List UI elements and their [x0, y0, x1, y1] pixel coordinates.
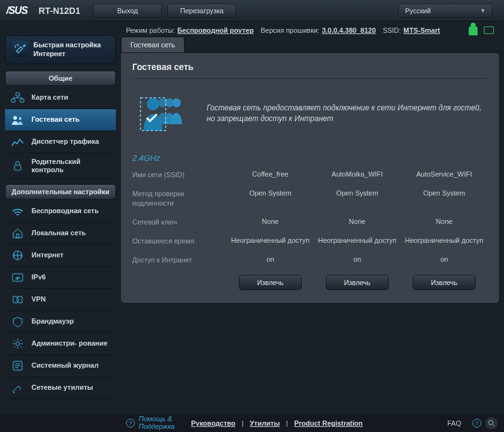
guest3-intranet: on [401, 255, 488, 264]
firmware-label: Версия прошивки: [261, 26, 319, 34]
tab-guest-network[interactable]: Гостевая сеть [121, 37, 185, 52]
faq-help-icon[interactable]: ? [472, 419, 481, 428]
sidebar-item-admin[interactable]: Администри- рование [5, 333, 116, 355]
traffic-manager-icon [10, 136, 25, 148]
help-support-label: Помощь &Поддержка [139, 416, 175, 430]
guest3-ssid: AutoService_WIFI [401, 170, 488, 179]
sidebar-item-label: Карта сети [32, 93, 68, 102]
sidebar-item-firewall[interactable]: Брандмауэр [5, 311, 116, 333]
firewall-icon [10, 315, 25, 328]
sidebar-item-lan[interactable]: Локальная сеть [5, 223, 116, 245]
language-label: Русский [405, 7, 431, 15]
sidebar-item-label: Администри- рование [32, 339, 108, 347]
sidebar-item-label: Интернет [32, 251, 64, 259]
guest3-evict-button[interactable]: Извлечь [413, 275, 476, 290]
guest3-auth: Open System [401, 189, 488, 207]
guest-network-icon [10, 114, 25, 126]
reboot-button[interactable]: Перезагрузка [167, 4, 236, 18]
sidebar-item-traffic[interactable]: Диспетчер трафика [5, 131, 116, 153]
language-select[interactable]: Русский ▼ [398, 4, 493, 18]
device-status-icon[interactable] [484, 26, 494, 34]
guest2-auth: Open System [314, 189, 401, 207]
guest1-key: None [227, 218, 314, 226]
section-advanced-header: Дополнительные настройки [5, 184, 116, 199]
sidebar-item-vpn[interactable]: VPN [5, 289, 116, 311]
sidebar-item-wan[interactable]: Интернет [5, 245, 116, 267]
user-status-icon[interactable] [469, 26, 478, 35]
faq-label: FAQ [447, 419, 461, 427]
svg-point-4 [19, 117, 21, 119]
guest-illustration-icon [137, 91, 194, 136]
mode-value-link[interactable]: Беспроводной роутер [177, 26, 253, 34]
sidebar-item-wireless[interactable]: Беспроводная сеть [5, 201, 116, 223]
sidebar-item-label: Гостевая сеть [32, 115, 79, 124]
sidebar: Быстрая настройка Интернет Общие Карта с… [5, 37, 116, 416]
sidebar-item-nettools[interactable]: Сетевые утилиты [5, 377, 116, 399]
main-content: Гостевая сеть Гостевая сеть Гостевая сет… [121, 37, 499, 416]
svg-point-17 [489, 421, 493, 425]
svg-point-3 [13, 116, 17, 120]
intro-text: Гостевая сеть предоставляет подключение … [207, 103, 483, 124]
tab-row: Гостевая сеть [121, 37, 499, 53]
svg-point-15 [147, 98, 159, 110]
sidebar-item-guest[interactable]: Гостевая сеть [5, 109, 116, 131]
sidebar-item-label: Беспроводная сеть [32, 207, 99, 215]
sidebar-item-ipv6[interactable]: IP IPv6 [5, 267, 116, 289]
brand-logo: /SUS [6, 5, 27, 16]
svg-rect-0 [16, 93, 20, 96]
manual-link[interactable]: Руководство [191, 419, 235, 427]
chevron-down-icon: ▼ [480, 8, 486, 14]
guest2-ssid: AutoMoika_WIFI [314, 170, 401, 179]
ssid-value-link[interactable]: MTS-Smart [403, 26, 440, 34]
row-auth-label: Метод проверки подлинности [132, 189, 227, 207]
quick-setup-button[interactable]: Быстрая настройка Интернет [5, 35, 116, 64]
guest2-intranet: on [314, 255, 401, 264]
svg-point-10 [16, 342, 20, 346]
firmware-value-link[interactable]: 3.0.0.4.380_8120 [322, 26, 376, 34]
help-icon[interactable]: ? [126, 419, 135, 428]
guest2-evict-button[interactable]: Извлечь [326, 275, 389, 290]
guest1-evict-button[interactable]: Извлечь [239, 275, 302, 290]
svg-rect-6 [16, 234, 19, 238]
sidebar-item-label: Локальная сеть [32, 229, 86, 237]
row-time-label: Оставшееся время [132, 236, 227, 245]
model-name: RT-N12D1 [38, 6, 80, 16]
guest2-time: Неограниченный доступ [314, 236, 401, 245]
row-key-label: Сетевой ключ [132, 218, 227, 226]
sidebar-item-label: Системный журнал [32, 361, 98, 370]
sidebar-item-syslog[interactable]: Системный журнал [5, 355, 116, 377]
admin-icon [10, 337, 25, 350]
ssid-label: SSID: [383, 26, 401, 34]
sidebar-item-label: Сетевые утилиты [32, 383, 93, 392]
sidebar-item-label: Диспетчер трафика [32, 137, 99, 146]
sidebar-item-netmap[interactable]: Карта сети [5, 87, 116, 109]
wireless-icon [10, 205, 25, 218]
search-button[interactable] [485, 417, 498, 429]
sidebar-item-label: Брандмауэр [32, 317, 74, 325]
row-ssid-label: Имя сети (SSID) [132, 170, 227, 179]
svg-rect-1 [11, 99, 15, 102]
guest3-key: None [401, 218, 488, 226]
search-icon [488, 419, 495, 427]
status-line: Режим работы: Беспроводной роутер Версия… [0, 21, 504, 37]
sidebar-item-label: Родительский контроль [32, 158, 111, 174]
sidebar-item-label: IPv6 [32, 273, 46, 281]
guest1-time: Неограниченный доступ [227, 236, 314, 245]
footer: ? Помощь &Поддержка Руководство | Утилит… [0, 414, 504, 432]
vpn-icon [10, 293, 25, 306]
guest-table: Имя сети (SSID) Coffee_free AutoMoika_WI… [132, 170, 488, 290]
parental-control-icon [10, 160, 25, 172]
utility-link[interactable]: Утилиты [250, 419, 280, 427]
intro-box: Гостевая сеть предоставляет подключение … [132, 79, 488, 148]
sidebar-item-parental[interactable]: Родительский контроль [5, 153, 116, 179]
logout-button[interactable]: Выход [93, 4, 162, 18]
guest1-intranet: on [227, 255, 314, 264]
product-registration-link[interactable]: Product Registration [294, 419, 363, 427]
svg-rect-5 [14, 165, 21, 170]
section-general-header: Общие [5, 71, 116, 86]
guest1-ssid: Coffee_free [227, 170, 314, 179]
quick-setup-label: Быстрая настройка Интернет [33, 41, 101, 57]
svg-rect-2 [20, 99, 24, 102]
syslog-icon [10, 359, 25, 372]
lan-icon [10, 227, 25, 240]
